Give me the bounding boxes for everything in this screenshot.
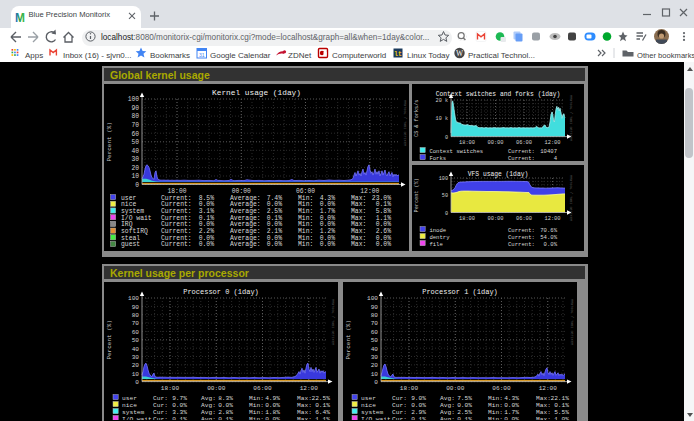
svg-text:22.5%: 22.5%: [311, 395, 330, 402]
svg-text:8.3%: 8.3%: [218, 395, 233, 402]
svg-text:100: 100: [439, 176, 448, 182]
svg-text:Forks: Forks: [429, 155, 446, 162]
svg-text:Min:: Min:: [488, 409, 503, 416]
svg-text:90: 90: [371, 304, 379, 311]
svg-text:Avg:: Avg:: [440, 409, 455, 416]
svg-text:Kernel usage (1day): Kernel usage (1day): [212, 89, 301, 97]
svg-text:Max:: Max:: [297, 416, 312, 421]
svg-text:Cur:: Cur:: [153, 395, 168, 402]
svg-text:80: 80: [371, 312, 379, 319]
svg-text:12:00: 12:00: [300, 385, 319, 392]
svg-text:Min:: Min:: [488, 395, 503, 402]
svg-text:0.0%: 0.0%: [504, 402, 519, 409]
svg-text:100: 100: [128, 96, 140, 103]
svg-text:Percent (%): Percent (%): [414, 178, 420, 212]
svg-text:RRDTOOL / TOBI OETIKER: RRDTOOL / TOBI OETIKER: [331, 299, 335, 346]
svg-text:Min:: Min:: [249, 402, 264, 409]
svg-text:Max:: Max:: [536, 395, 551, 402]
svg-text:Min:: Min:: [488, 416, 503, 421]
svg-text:0.1%: 0.1%: [315, 402, 330, 409]
svg-text:70: 70: [371, 320, 379, 327]
svg-text:06:00: 06:00: [516, 216, 532, 222]
svg-text:18:00: 18:00: [161, 385, 180, 392]
svg-text:12:00: 12:00: [544, 216, 560, 222]
svg-text:40: 40: [371, 346, 379, 353]
svg-text:3.3%: 3.3%: [172, 409, 187, 416]
svg-text:Percent (%): Percent (%): [345, 320, 352, 360]
svg-text:00:00: 00:00: [487, 216, 503, 222]
svg-text:Avg:: Avg:: [440, 402, 455, 409]
svg-text:Cur:: Cur:: [392, 409, 407, 416]
svg-text:Min:: Min:: [249, 395, 264, 402]
svg-text:Avg:: Avg:: [440, 416, 455, 421]
svg-text:5.5%: 5.5%: [554, 409, 569, 416]
svg-text:90: 90: [131, 105, 139, 112]
svg-text:0.0%: 0.0%: [265, 402, 280, 409]
svg-text:18:00: 18:00: [400, 385, 419, 392]
svg-text:6.4%: 6.4%: [315, 409, 330, 416]
svg-text:9.0%: 9.0%: [411, 395, 426, 402]
svg-text:Processor 1 (1day): Processor 1 (1day): [422, 288, 498, 296]
svg-text:Avg:: Avg:: [201, 395, 216, 402]
svg-text:0.0%: 0.0%: [504, 416, 519, 421]
svg-text:06:00: 06:00: [253, 385, 272, 392]
svg-text:30: 30: [131, 156, 139, 163]
svg-text:0.1%: 0.1%: [457, 416, 472, 421]
svg-text:50: 50: [132, 337, 140, 344]
svg-text:Percent (%): Percent (%): [106, 320, 113, 360]
svg-text:12:00: 12:00: [360, 188, 379, 195]
svg-text:0.0%: 0.0%: [265, 416, 280, 421]
svg-text:0.0%: 0.0%: [320, 241, 336, 248]
svg-text:Current:: Current:: [508, 148, 535, 155]
svg-text:00:00: 00:00: [232, 188, 251, 195]
svg-text:60: 60: [131, 131, 139, 138]
svg-text:Cur:: Cur:: [153, 402, 168, 409]
svg-text:dentry: dentry: [429, 234, 450, 241]
svg-text:0.0%: 0.0%: [544, 241, 558, 248]
svg-text:Min:: Min:: [249, 416, 264, 421]
svg-text:80: 80: [132, 312, 140, 319]
svg-text:Current:: Current:: [508, 241, 535, 248]
svg-text:user: user: [361, 395, 376, 402]
svg-text:file: file: [429, 241, 442, 248]
svg-text:RRDTOOL / TOBI OETIKER: RRDTOOL / TOBI OETIKER: [570, 299, 574, 346]
svg-text:2.9%: 2.9%: [411, 409, 426, 416]
svg-text:0.0%: 0.0%: [376, 241, 392, 248]
svg-text:inode: inode: [429, 227, 446, 234]
svg-text:50: 50: [371, 337, 379, 344]
svg-text:80: 80: [131, 113, 139, 120]
svg-text:0.0%: 0.0%: [457, 402, 472, 409]
svg-text:guest: guest: [121, 241, 140, 248]
svg-text:50: 50: [131, 139, 139, 146]
svg-text:0.1%: 0.1%: [554, 402, 569, 409]
svg-text:50: 50: [442, 193, 448, 199]
svg-text:0: 0: [445, 135, 448, 141]
svg-text:10 k: 10 k: [436, 116, 448, 122]
svg-text:0.1%: 0.1%: [218, 416, 233, 421]
svg-text:00:00: 00:00: [487, 140, 503, 146]
svg-text:4.3%: 4.3%: [504, 395, 519, 402]
svg-text:18:00: 18:00: [459, 216, 475, 222]
svg-text:0: 0: [135, 182, 139, 189]
svg-text:18:00: 18:00: [168, 188, 187, 195]
svg-text:00:00: 00:00: [207, 385, 226, 392]
svg-text:Avg:: Avg:: [201, 402, 216, 409]
svg-text:Avg:: Avg:: [440, 395, 455, 402]
svg-text:70.6%: 70.6%: [540, 227, 557, 234]
svg-text:60: 60: [371, 329, 379, 336]
svg-text:06:00: 06:00: [516, 140, 532, 146]
svg-text:0.0%: 0.0%: [218, 402, 233, 409]
svg-text:70: 70: [131, 122, 139, 129]
svg-text:4.9%: 4.9%: [265, 395, 280, 402]
svg-text:0.1%: 0.1%: [172, 416, 187, 421]
svg-text:RRDTOOL / TOBI OETIKER: RRDTOOL / TOBI OETIKER: [569, 175, 573, 222]
svg-text:Max:: Max:: [297, 395, 312, 402]
svg-text:1.1%: 1.1%: [315, 416, 330, 421]
svg-text:9.7%: 9.7%: [172, 395, 187, 402]
svg-text:100: 100: [367, 295, 378, 302]
svg-text:RRDTOOL / TOBI OETIKER: RRDTOOL / TOBI OETIKER: [403, 100, 407, 147]
svg-text:Current:: Current:: [508, 155, 535, 162]
svg-text:12:00: 12:00: [539, 385, 558, 392]
svg-text:0: 0: [135, 379, 139, 386]
svg-text:Max:: Max:: [536, 402, 551, 409]
